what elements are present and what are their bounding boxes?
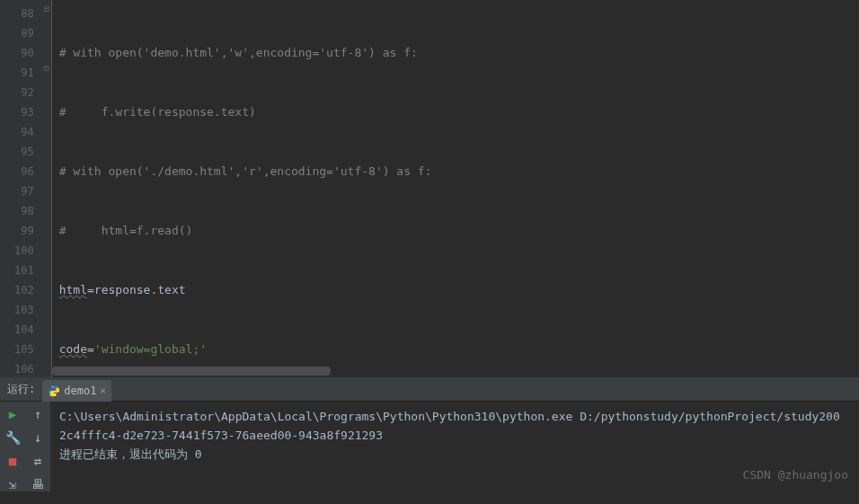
stop-button[interactable]: ■	[5, 454, 20, 468]
line-number: 106	[14, 359, 34, 377]
line-number: 100	[14, 241, 34, 261]
line-number: 101	[14, 261, 34, 280]
wrench-icon[interactable]: 🔧	[5, 430, 20, 445]
fold-close-icon[interactable]: ⊟	[41, 63, 52, 73]
line-number: 99	[14, 221, 34, 241]
console-line: C:\Users\Administrator\AppData\Local\Pro…	[59, 407, 850, 426]
run-tool-window: 运行: demo1 ✕ ▶ 🔧 ■ ⇲ ↑ ↓ ⇄ 🖶 C:\Users\Adm…	[0, 377, 859, 491]
line-number: 103	[14, 300, 34, 320]
print-icon[interactable]: 🖶	[31, 477, 45, 491]
line-number: 95	[14, 142, 34, 162]
line-number: 89	[14, 23, 34, 43]
fold-open-icon[interactable]: ⊟	[41, 4, 52, 13]
line-number: 102	[14, 280, 34, 300]
line-number: 98	[14, 201, 34, 221]
editor-area: 88 89 90 91 92 93 94 95 96 97 98 99 100 …	[0, 0, 859, 377]
line-number: 96	[14, 162, 34, 181]
soft-wrap-icon[interactable]: ⇄	[31, 454, 45, 468]
svg-point-1	[55, 393, 56, 394]
fold-column[interactable]: ⊟ ⊟	[41, 0, 52, 377]
line-number: 94	[14, 122, 34, 142]
run-tab[interactable]: demo1 ✕	[42, 380, 111, 402]
line-number: 104	[14, 320, 34, 340]
svg-point-0	[52, 386, 53, 387]
watermark: CSDN @zhuangjoo	[743, 465, 848, 484]
run-label: 运行:	[0, 382, 42, 397]
line-number: 93	[14, 102, 34, 122]
rerun-button[interactable]: ▶	[5, 407, 20, 421]
close-icon[interactable]: ✕	[100, 385, 106, 396]
code-comment: # f.write(response.text)	[59, 105, 256, 119]
line-number: 90	[14, 43, 34, 63]
exit-icon[interactable]: ⇲	[5, 477, 20, 491]
code-editor[interactable]: # with open('demo.html','w',encoding='ut…	[52, 0, 859, 377]
code-comment: # with open('demo.html','w',encoding='ut…	[59, 46, 418, 59]
console-line: 进程已结束，退出代码为 0	[59, 445, 850, 464]
line-number: 91	[14, 63, 34, 83]
python-icon	[48, 385, 60, 397]
tab-label: demo1	[64, 385, 96, 397]
run-header: 运行: demo1 ✕	[0, 377, 859, 402]
line-number-gutter: 88 89 90 91 92 93 94 95 96 97 98 99 100 …	[0, 0, 41, 377]
line-number: 88	[14, 4, 34, 23]
line-number: 97	[14, 181, 34, 201]
up-icon[interactable]: ↑	[31, 407, 45, 421]
console-output[interactable]: C:\Users\Administrator\AppData\Local\Pro…	[50, 402, 859, 491]
run-toolbar-secondary: ↑ ↓ ⇄ 🖶	[25, 402, 50, 491]
code-comment: # with open('./demo.html','r',encoding='…	[59, 164, 432, 178]
console-line: 2c4fffc4-d2e723-7441f573-76aeed00-943a8f…	[59, 426, 850, 445]
run-toolbar-primary: ▶ 🔧 ■ ⇲	[0, 402, 25, 491]
line-number: 105	[14, 340, 34, 359]
down-icon[interactable]: ↓	[31, 430, 45, 445]
code-comment: # html=f.read()	[59, 224, 193, 237]
line-number: 92	[14, 83, 34, 102]
horizontal-scrollbar[interactable]	[52, 367, 331, 376]
